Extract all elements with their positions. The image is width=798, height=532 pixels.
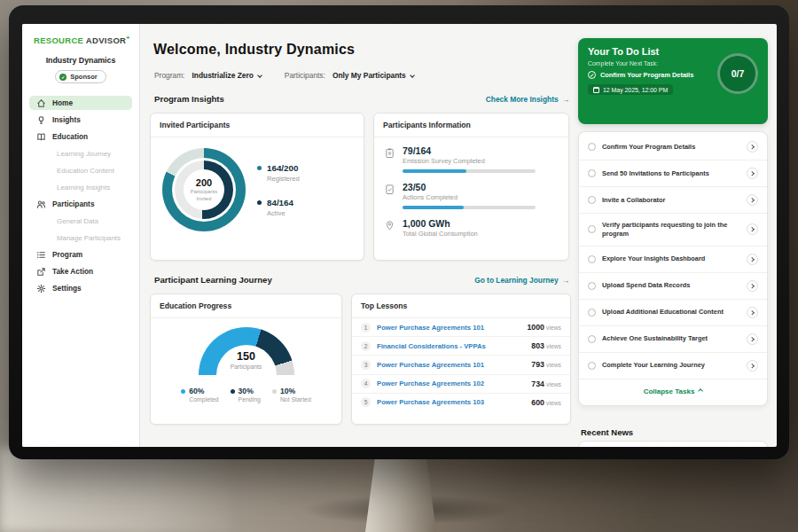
task-checkbox[interactable]: [588, 362, 596, 370]
sidebar-item-home[interactable]: Home: [29, 96, 132, 110]
todo-next-task: Confirm Your Program Details: [600, 71, 693, 79]
todo-task-row[interactable]: Verify participants requesting to join t…: [579, 214, 767, 246]
task-checkbox[interactable]: [588, 309, 596, 317]
progress-bar: [403, 169, 536, 173]
chevron-down-icon: [410, 73, 415, 78]
monitor-stand: [365, 456, 436, 532]
task-checkbox[interactable]: [588, 225, 596, 233]
todo-task-row[interactable]: Achieve One Sustainability Target: [579, 326, 767, 353]
sidebar-item-general-data[interactable]: General Data: [29, 214, 132, 228]
lesson-link[interactable]: Financial Considerations - VPPAs: [377, 342, 531, 350]
survey-icon: [385, 147, 395, 159]
sidebar-item-insights[interactable]: Insights: [29, 113, 132, 127]
gauge-legend-item: 10% Not Started: [272, 387, 311, 403]
legend-dot-navy: [257, 200, 262, 205]
monitor-screen: RESOURCE ADVISOR+ Industry Dynamics ✓ Sp…: [22, 24, 777, 447]
task-chevron-icon[interactable]: [747, 360, 758, 372]
sidebar-item-manage-participants[interactable]: Manage Participants: [29, 231, 132, 245]
check-more-insights-link[interactable]: Check More Insights →: [486, 95, 569, 104]
sponsor-badge[interactable]: ✓ Sponsor: [55, 70, 106, 83]
check-circle-icon: ✓: [588, 71, 596, 79]
app-logo: RESOURCE ADVISOR+: [22, 24, 139, 45]
participants-filter-select[interactable]: Only My Participants: [332, 71, 414, 80]
gauge-center-label: Participants: [199, 364, 294, 370]
task-label: Achieve One Sustainability Target: [602, 334, 740, 343]
link-label: Go to Learning Journey: [474, 276, 558, 285]
todo-task-row[interactable]: Complete Your Learning Journey: [579, 353, 767, 379]
todo-task-row[interactable]: Send 50 Invitations to Participants: [579, 160, 767, 187]
lesson-link[interactable]: Power Purchase Agreements 103: [377, 398, 531, 406]
legend-label: Registered: [267, 175, 300, 183]
legend-dot: [272, 389, 277, 394]
sidebar-item-learning-journey[interactable]: Learning Journey: [29, 146, 132, 160]
todo-task-row[interactable]: Upload Spend Data Records: [579, 273, 767, 300]
lesson-link[interactable]: Power Purchase Agreements 101: [377, 324, 527, 332]
todo-task-row[interactable]: Upload Additional Educational Content: [579, 300, 767, 326]
task-checkbox[interactable]: [588, 282, 596, 290]
legend-dot-teal: [257, 166, 262, 170]
task-label: Upload Additional Educational Content: [602, 308, 740, 317]
sidebar-item-take-action[interactable]: Take Action: [29, 264, 132, 278]
stat-value: 1,000 GWh: [403, 218, 478, 229]
collapse-tasks-button[interactable]: Collapse Tasks: [579, 379, 767, 403]
task-checkbox[interactable]: [588, 335, 596, 343]
education-progress-gauge-chart: 150 Participants: [199, 327, 294, 375]
task-checkbox[interactable]: [588, 143, 596, 151]
task-chevron-icon[interactable]: [747, 168, 758, 179]
task-chevron-icon[interactable]: [747, 280, 758, 292]
page-title: Welcome, Industry Dynamics: [153, 42, 355, 58]
arrow-right-icon: →: [562, 276, 569, 285]
org-name: Industry Dynamics: [22, 56, 139, 65]
task-chevron-icon[interactable]: [747, 333, 758, 345]
program-insights-title: Program Insights: [154, 94, 224, 104]
donut-legend: 164/200 Registered 84/164 Active: [257, 163, 300, 217]
program-filter-select[interactable]: Industrialize Zero: [192, 71, 261, 80]
task-checkbox[interactable]: [588, 169, 596, 177]
calendar-icon: [593, 87, 599, 93]
task-chevron-icon[interactable]: [747, 141, 758, 153]
participants-icon: [36, 200, 46, 209]
task-checkbox[interactable]: [588, 255, 596, 263]
todo-summary-card: Your To Do List Complete Your Next Task:…: [578, 38, 768, 124]
settings-icon: [36, 284, 46, 293]
recent-news-card: [578, 441, 768, 447]
sidebar-item-education[interactable]: Education: [29, 129, 132, 144]
task-chevron-icon[interactable]: [747, 194, 758, 206]
sidebar-item-education-content[interactable]: Education Content: [29, 163, 132, 177]
consumption-icon: [385, 220, 395, 231]
lesson-row: 3 Power Purchase Agreements 101 793views: [352, 356, 570, 374]
lesson-rank: 2: [361, 341, 371, 351]
top-lessons-card: Top Lessons 1 Power Purchase Agreements …: [351, 293, 571, 425]
go-to-learning-journey-link[interactable]: Go to Learning Journey →: [474, 276, 569, 285]
program-icon: [36, 250, 46, 260]
task-label: Complete Your Learning Journey: [602, 361, 740, 370]
todo-task-row[interactable]: Confirm Your Program Details: [579, 134, 767, 160]
lesson-link[interactable]: Power Purchase Agreements 101: [377, 361, 531, 369]
sidebar-item-program[interactable]: Program: [29, 247, 132, 262]
lesson-link[interactable]: Power Purchase Agreements 102: [377, 379, 531, 387]
lesson-row: 1 Power Purchase Agreements 101 1000view…: [352, 318, 570, 337]
task-chevron-icon[interactable]: [747, 307, 758, 318]
sidebar-item-learning-insights[interactable]: Learning Insights: [29, 180, 132, 194]
main-content: Welcome, Industry Dynamics Program: Indu…: [140, 24, 578, 447]
lesson-row: 2 Financial Considerations - VPPAs 803vi…: [352, 337, 570, 356]
todo-task-row[interactable]: Explore Your Insights Dashboard: [579, 246, 767, 273]
gauge-legend-item: 60% Completed: [181, 387, 218, 403]
participants-filter-value: Only My Participants: [332, 71, 406, 80]
lesson-views-label: views: [546, 400, 561, 406]
link-label: Check More Insights: [486, 95, 559, 104]
sidebar-item-settings[interactable]: Settings: [29, 281, 132, 295]
task-chevron-icon[interactable]: [747, 223, 758, 235]
gauge-legend-item: 30% Pending: [231, 387, 261, 403]
invited-participants-card: Invited Participants 200 Participants In…: [150, 113, 364, 261]
card-title: Invited Participants: [151, 113, 364, 137]
task-label: Invite a Collaborator: [602, 196, 740, 205]
legend-percent: 60%: [189, 387, 204, 395]
sidebar-item-participants[interactable]: Participants: [29, 197, 132, 211]
lesson-rank: 5: [361, 397, 371, 407]
task-checkbox[interactable]: [588, 196, 596, 204]
task-chevron-icon[interactable]: [747, 254, 758, 265]
lesson-views-count: 734: [531, 379, 544, 388]
todo-task-row[interactable]: Invite a Collaborator: [579, 187, 767, 214]
sidebar-item-label: Learning Journey: [57, 150, 111, 158]
